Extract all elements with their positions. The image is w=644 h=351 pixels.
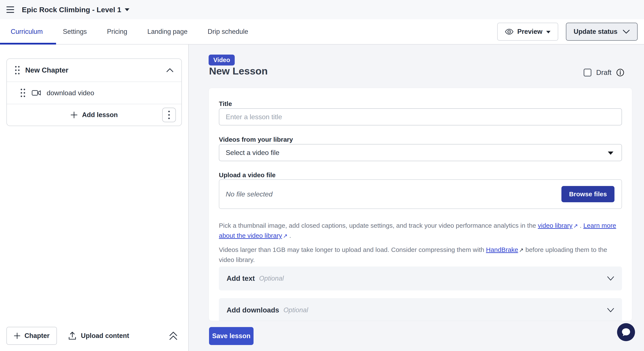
lesson-editor: Video New Lesson Draft Title Videos from… (189, 44, 644, 351)
browse-files-button[interactable]: Browse files (562, 186, 614, 202)
add-chapter-label: Chapter (24, 332, 50, 340)
video-library-select[interactable]: Select a video file (219, 144, 622, 161)
external-link-icon: ↗ (574, 221, 578, 231)
add-text-accordion[interactable]: Add text Optional (219, 266, 622, 290)
course-title-dropdown[interactable]: Epic Rock Climbing - Level 1 (22, 6, 130, 14)
kebab-icon (168, 110, 170, 120)
tab-curriculum[interactable]: Curriculum (0, 19, 53, 44)
chevron-down-icon (607, 276, 614, 281)
add-text-label: Add text (226, 274, 255, 282)
lesson-form-card: Title Videos from your library Select a … (208, 88, 632, 321)
preview-button[interactable]: Preview (497, 23, 558, 41)
link-label: video library (538, 222, 572, 229)
tab-pricing[interactable]: Pricing (97, 19, 137, 44)
chat-widget-button[interactable] (617, 323, 635, 341)
optional-label: Optional (259, 274, 284, 282)
course-title: Epic Rock Climbing - Level 1 (22, 6, 121, 14)
curriculum-sidebar: New Chapter download video (0, 44, 189, 351)
add-downloads-accordion[interactable]: Add downloads Optional (219, 298, 622, 321)
chat-bubble-icon (621, 328, 631, 337)
sidebar-footer: Chapter Upload content (0, 326, 188, 345)
tab-drip-schedule[interactable]: Drip schedule (198, 19, 258, 44)
tabs: Curriculum Settings Pricing Landing page… (0, 19, 258, 44)
optional-label: Optional (284, 306, 308, 314)
save-lesson-button[interactable]: Save lesson (209, 327, 254, 345)
eye-icon (505, 29, 514, 35)
add-lesson-label: Add lesson (82, 111, 118, 119)
draft-toggle-row: Draft (584, 68, 624, 76)
video-library-help-text: Pick a thumbnail image, add closed capti… (219, 221, 621, 241)
chevron-down-icon (125, 8, 130, 11)
help-text-segment: Pick a thumbnail image, add closed capti… (219, 222, 538, 229)
hamburger-menu-icon[interactable] (6, 6, 14, 13)
video-camera-icon (32, 90, 41, 96)
draft-label: Draft (596, 68, 612, 76)
page-title: New Lesson (209, 65, 268, 77)
tab-settings[interactable]: Settings (53, 19, 97, 44)
help-text-segment: . (578, 222, 583, 229)
double-chevron-up-icon (168, 331, 178, 341)
lesson-item[interactable]: download video (7, 82, 182, 104)
update-status-button[interactable]: Update status (566, 23, 638, 41)
lesson-type-badge: Video (208, 54, 235, 66)
active-tab-indicator (0, 43, 56, 44)
add-chapter-button[interactable]: Chapter (6, 327, 57, 345)
topbar: Epic Rock Climbing - Level 1 (0, 0, 644, 19)
plus-icon (70, 111, 78, 118)
drag-handle-icon[interactable] (20, 88, 26, 98)
chevron-up-icon[interactable] (166, 68, 174, 72)
upload-content-button[interactable]: Upload content (68, 331, 129, 340)
chapter-options-button[interactable] (162, 108, 176, 122)
upload-icon (68, 331, 76, 340)
video-library-select-value: Select a video file (226, 149, 280, 157)
lesson-title-input[interactable] (219, 108, 622, 126)
video-library-label: Videos from your library (219, 136, 293, 143)
handbrake-help-text: Videos larger than 1GB may take longer t… (219, 245, 621, 264)
link-label: HandBrake (486, 246, 518, 253)
chevron-down-icon (608, 152, 614, 155)
help-text-segment: . (288, 232, 291, 239)
external-link-icon: ↗ (283, 231, 288, 241)
draft-checkbox[interactable] (584, 69, 591, 76)
add-lesson-row: Add lesson (7, 104, 182, 126)
lesson-title: download video (47, 89, 94, 97)
video-library-link[interactable]: video library↗ (538, 222, 578, 229)
preview-label: Preview (517, 28, 542, 36)
upload-content-label: Upload content (81, 332, 129, 340)
add-lesson-button[interactable]: Add lesson (70, 111, 118, 119)
info-icon[interactable] (616, 68, 624, 76)
update-status-label: Update status (574, 28, 618, 36)
add-downloads-label: Add downloads (226, 306, 279, 314)
tab-landing-page[interactable]: Landing page (137, 19, 198, 44)
chevron-down-icon (622, 29, 630, 34)
drag-handle-icon[interactable] (14, 65, 20, 75)
help-text-segment: Videos larger than 1GB may take longer t… (219, 246, 486, 253)
chevron-down-icon (546, 31, 550, 34)
upload-video-label: Upload a video file (219, 172, 276, 179)
tabbar-actions: Preview Update status (497, 23, 638, 41)
chapter-card: New Chapter download video (6, 58, 182, 126)
collapse-all-button[interactable] (168, 331, 178, 341)
title-label: Title (219, 100, 232, 108)
chapter-header[interactable]: New Chapter (7, 59, 182, 82)
external-link-icon: ↗ (519, 245, 524, 255)
chapter-title: New Chapter (25, 66, 166, 74)
course-builder-app: Epic Rock Climbing - Level 1 Curriculum … (0, 0, 644, 351)
handbrake-link[interactable]: HandBrake (486, 246, 518, 253)
chevron-down-icon (607, 308, 614, 312)
plus-icon (14, 332, 20, 339)
no-file-text: No file selected (226, 190, 272, 198)
tab-bar: Curriculum Settings Pricing Landing page… (0, 19, 644, 44)
